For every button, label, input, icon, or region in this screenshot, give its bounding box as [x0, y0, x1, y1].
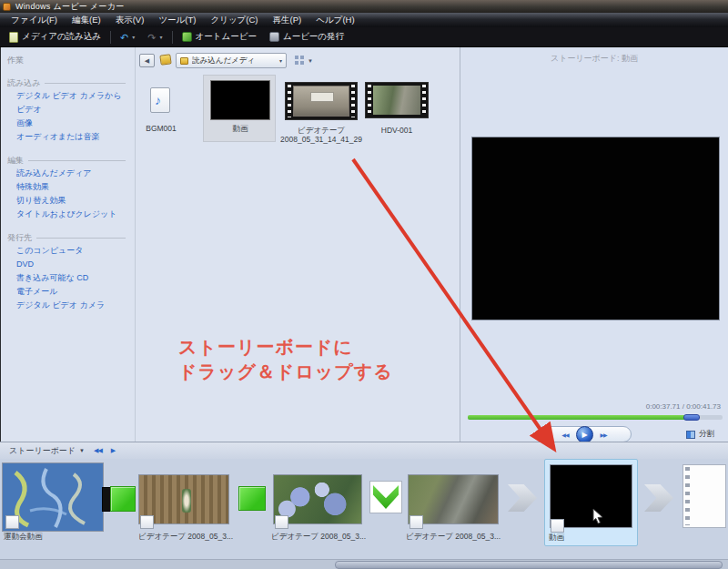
transition-wedge-icon[interactable]: [369, 481, 402, 513]
views-caret-icon: ▼: [308, 58, 313, 64]
task-link-effects[interactable]: 特殊効果: [0, 180, 133, 194]
menu-file[interactable]: ファイル(F): [4, 13, 65, 27]
task-link-video[interactable]: ビデオ: [0, 103, 133, 117]
menu-clip[interactable]: クリップ(C): [203, 13, 265, 27]
transition-wedge-shape: [373, 485, 399, 509]
split-label: 分割: [699, 429, 714, 440]
film-holes-icon: [368, 85, 371, 116]
transition-green-icon[interactable]: [110, 486, 136, 512]
collapse-pane-button[interactable]: ◀: [139, 54, 155, 67]
collection-dropdown-label: 読み込んだメディ: [192, 56, 276, 66]
publish-movie-label: ムービーの発行: [283, 31, 344, 43]
film-picture: [373, 86, 420, 115]
task-link-pictures[interactable]: 画像: [0, 117, 133, 130]
task-link-dvd[interactable]: DVD: [0, 258, 133, 271]
annotation-line1: ストーリーボードに: [178, 335, 393, 360]
menu-help[interactable]: ヘルプ(H): [308, 13, 361, 27]
transition-placeholder-icon[interactable]: [508, 484, 537, 512]
music-note-icon: ♪: [155, 93, 161, 107]
preview-pane: ストーリーボード: 動画 0:00:37.71 / 0:00:41.73 ◀◀ …: [460, 47, 728, 442]
storyboard-scrollbar[interactable]: [0, 559, 728, 569]
media-item-audio-thumb[interactable]: ♪: [150, 87, 170, 113]
tasks-section-publish: 発行先 このコンピュータ DVD 書き込み可能な CD 電子メール デジタル ビ…: [0, 232, 133, 312]
redo-button[interactable]: ↷ ▾: [144, 31, 166, 44]
storyboard-play-button[interactable]: ▶: [111, 447, 115, 454]
film-holes-icon: [288, 85, 291, 117]
seek-bar-thumb[interactable]: [683, 414, 700, 421]
storyboard-clip-label: ビデオテープ 2008_05_3...: [138, 532, 229, 543]
task-link-audio[interactable]: オーディオまたは音楽: [0, 130, 133, 144]
film-holes-icon: [422, 85, 426, 116]
storyboard-rewind-button[interactable]: ◀◀: [94, 447, 102, 454]
media-item-label[interactable]: 2008_05_31_14_41_29: [276, 135, 367, 144]
media-item-label[interactable]: BGM001: [137, 124, 185, 133]
task-link-imported-media[interactable]: 読み込んだメディア: [0, 167, 133, 180]
film-holes-icon: [351, 85, 355, 117]
storyboard-empty-cell[interactable]: [682, 464, 726, 528]
split-icon: [686, 431, 695, 439]
split-button[interactable]: 分割: [686, 429, 714, 440]
storyboard-view-dropdown[interactable]: ストーリーボード: [9, 445, 76, 457]
toolbar-separator: [110, 31, 111, 44]
task-link-recordable-cd[interactable]: 書き込み可能な CD: [0, 271, 133, 285]
import-media-label: メディアの読み込み: [22, 31, 101, 43]
task-link-from-dv-camera[interactable]: デジタル ビデオ カメラから: [0, 89, 133, 103]
storyboard-scrollbar-thumb[interactable]: [335, 561, 723, 569]
tasks-pane-title: 作業: [0, 55, 133, 66]
collection-dropdown[interactable]: 読み込んだメディ ▾: [176, 53, 287, 68]
menu-play[interactable]: 再生(P): [266, 13, 309, 27]
task-link-dv-camera[interactable]: デジタル ビデオ カメラ: [0, 299, 133, 312]
tasks-section-import: 読み込み デジタル ビデオ カメラから ビデオ 画像 オーディオまたは音楽: [0, 77, 133, 144]
storyboard-clip-label: 動画: [549, 533, 564, 544]
menu-bar: ファイル(F) 編集(E) 表示(V) ツール(T) クリップ(C) 再生(P)…: [0, 13, 728, 27]
toolbar-separator: [172, 31, 173, 44]
collection-caret-icon: ▾: [279, 57, 282, 64]
task-link-email[interactable]: 電子メール: [0, 285, 133, 299]
media-item-film-thumb[interactable]: [285, 82, 358, 120]
automovie-button[interactable]: オートムービー: [178, 29, 260, 45]
menu-edit[interactable]: 編集(E): [65, 13, 108, 27]
section-header-publish: 発行先: [0, 232, 133, 244]
section-header-edit: 編集: [0, 155, 133, 167]
clip-type-badge: [410, 515, 423, 529]
storyboard-caret-icon: ▼: [79, 448, 85, 453]
task-link-transitions[interactable]: 切り替え効果: [0, 194, 133, 208]
playback-controls: ◀◀ ▶ ▶▶: [537, 426, 632, 442]
next-frame-button[interactable]: ▶▶: [601, 432, 607, 438]
menu-view[interactable]: 表示(V): [108, 13, 152, 27]
storyboard-clip-label: ビデオテープ 2008_05_3...: [406, 532, 500, 543]
annotation-line2: ドラッグ＆ドロップする: [178, 360, 393, 384]
automovie-icon: [182, 32, 192, 42]
media-item-label[interactable]: 動画: [210, 124, 270, 135]
play-button[interactable]: ▶: [576, 426, 593, 443]
publish-movie-button[interactable]: ムービーの発行: [266, 29, 348, 45]
preview-header: ストーリーボード: 動画: [460, 53, 728, 65]
transition-green-icon[interactable]: [238, 486, 266, 511]
menu-tools[interactable]: ツール(T): [151, 13, 203, 27]
undo-icon: ↶: [120, 33, 128, 42]
media-item-film-thumb[interactable]: [365, 82, 429, 118]
transition-placeholder-icon[interactable]: [644, 484, 673, 512]
undo-button[interactable]: ↶ ▾: [116, 31, 138, 44]
storyboard-clip-label: ビデオテープ 2008_05_3...: [271, 532, 362, 543]
main-toolbar: メディアの読み込み ↶ ▾ ↷ ▾ オートムービー ムービーの発行: [0, 27, 728, 47]
import-media-button[interactable]: メディアの読み込み: [5, 29, 105, 45]
title-bar: Windows ムービー メーカー: [0, 0, 728, 13]
seek-bar[interactable]: [468, 415, 723, 420]
storyboard-pane: ストーリーボード ▼ ◀◀ ▶ 運動会動画 ビデオテープ 2008_05_3..…: [0, 442, 728, 569]
clip-type-badge: [5, 515, 19, 529]
task-link-titles-credits[interactable]: タイトルおよびクレジット: [0, 208, 133, 221]
task-link-this-computer[interactable]: このコンピュータ: [0, 244, 133, 258]
previous-frame-button[interactable]: ◀◀: [561, 432, 568, 438]
annotation-text: ストーリーボードに ドラッグ＆ドロップする: [178, 335, 393, 384]
redo-caret-icon: ▾: [160, 34, 163, 40]
preview-timecode: 0:00:37.71 / 0:00:41.73: [646, 402, 721, 411]
views-dropdown[interactable]: ▼: [292, 54, 316, 67]
media-item-label[interactable]: HDV-001: [365, 126, 429, 135]
folder-up-icon[interactable]: [159, 54, 171, 66]
import-media-icon: [9, 32, 18, 43]
window-title: Windows ムービー メーカー: [15, 1, 124, 13]
mouse-cursor: [592, 508, 606, 524]
media-item-video-thumb[interactable]: [210, 80, 270, 120]
movie-maker-window: Windows ムービー メーカー ファイル(F) 編集(E) 表示(V) ツー…: [0, 0, 728, 569]
